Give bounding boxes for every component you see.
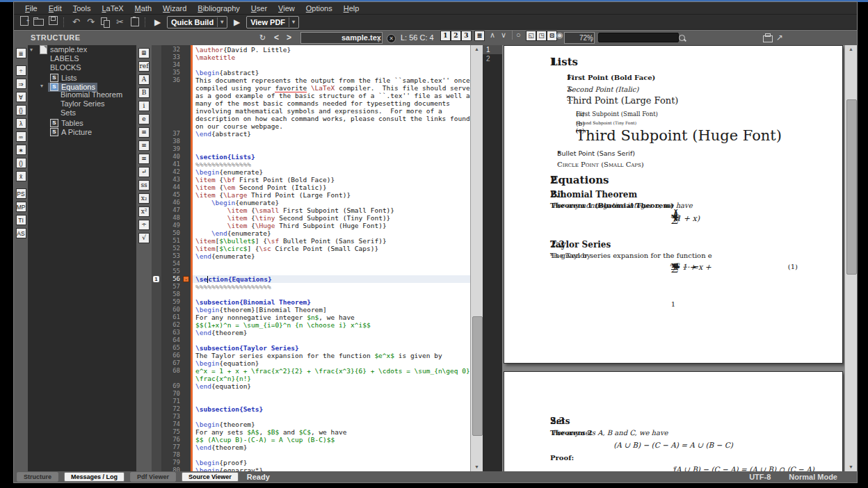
bookmark-cell[interactable] [152, 191, 161, 199]
relation-symbols-button[interactable]: ÷ [16, 65, 26, 76]
fold-cell[interactable] [182, 291, 191, 298]
italic-button[interactable]: i [138, 101, 150, 111]
statusbar-tab-messages-log[interactable]: Messages / Log [64, 472, 124, 482]
fold-cell[interactable] [182, 206, 191, 214]
scroll-up-icon[interactable]: ▲ [471, 45, 483, 54]
bookmark-cell[interactable]: 1 [152, 275, 161, 283]
editor-line-48[interactable]: 48 \item {\tiny Second Subpoint (Tiny Fo… [152, 214, 470, 222]
bookmark-cell[interactable] [152, 298, 161, 306]
fold-cell[interactable] [182, 306, 191, 314]
editor-line-59[interactable]: 59\subsection{Binomial Theorem} [152, 298, 470, 306]
fold-cell[interactable] [182, 260, 191, 268]
structure-item-tables[interactable]: STables [28, 117, 136, 127]
structure-item-sample-tex[interactable]: ▾sample.tex [28, 45, 136, 54]
page-mode-continuous-button[interactable]: 3 [461, 31, 472, 41]
fit-width-button[interactable]: ◱ [526, 31, 536, 41]
structure-item-labels[interactable]: LABELS [28, 54, 136, 63]
align-left-button[interactable]: ≡ [138, 127, 150, 138]
bookmark-cell[interactable] [152, 214, 161, 222]
fold-cell[interactable] [182, 421, 191, 428]
fold-marker-icon[interactable]: - [183, 276, 189, 282]
bookmark-cell[interactable] [152, 321, 161, 329]
editor-line-75[interactable]: 75For any sets $A$, $B$ and $C$, we have [152, 428, 470, 436]
editor-line-68[interactable]: 68e^x = 1 + x + \frac{x^2}{2} + \frac{x^… [152, 367, 470, 382]
bookmark-cell[interactable] [152, 61, 161, 69]
editor-line-35[interactable]: 35\begin{abstract} [152, 69, 470, 76]
insert-ref-button[interactable]: ref [138, 61, 150, 72]
structure-item-taylor-series[interactable]: Taylor Series [28, 99, 136, 108]
fold-cell[interactable] [182, 145, 191, 153]
pstricks-button[interactable]: PS [16, 188, 26, 199]
bookmark-cell[interactable] [152, 46, 161, 54]
next-page-button[interactable]: ∨ [501, 31, 506, 40]
structure-item-blocks[interactable]: BLOCKS [28, 63, 136, 72]
fold-cell[interactable] [182, 321, 191, 329]
fold-cell[interactable] [182, 405, 191, 413]
bookmark-icon[interactable]: 1 [153, 276, 159, 282]
structure-item-equations[interactable]: ▾SEquations [28, 81, 136, 90]
bookmark-cell[interactable] [152, 428, 161, 436]
bookmark-cell[interactable] [152, 466, 161, 471]
editor-line-78[interactable]: 78 [152, 451, 470, 459]
bookmark-cell[interactable] [152, 138, 161, 145]
editor-scrollbar-thumb[interactable] [472, 316, 483, 436]
bookmark-cell[interactable] [152, 176, 161, 184]
editor-line-60[interactable]: 60\begin{theorem}[Binomial Theorem] [152, 306, 470, 314]
fold-cell[interactable] [182, 436, 191, 444]
undo-icon[interactable]: ↶ [69, 16, 83, 29]
print-icon[interactable] [763, 35, 773, 42]
source-editor[interactable]: 32\author{David P. Little}33\maketitle34… [152, 45, 470, 471]
bookmark-cell[interactable] [152, 336, 161, 344]
pdf-viewer[interactable]: 1Lists 1.First Point (Bold Face)2.Second… [502, 45, 844, 471]
fold-cell[interactable] [182, 191, 191, 199]
fold-cell[interactable] [182, 199, 191, 206]
fold-cell[interactable] [182, 69, 191, 76]
editor-line-70[interactable]: 70 [152, 390, 470, 398]
structure-list-button[interactable]: ≣ [16, 48, 26, 58]
editor-line-56[interactable]: 156-\section{Equations} [152, 275, 470, 283]
insert-label-button[interactable]: A [138, 74, 150, 85]
copy-icon[interactable] [98, 16, 113, 29]
custom-zoom-button[interactable]: ⊡ [547, 31, 557, 41]
scroll-up-icon[interactable]: ▲ [845, 45, 857, 54]
fold-cell[interactable] [182, 382, 191, 390]
editor-line-36[interactable]: 36This document represents the output fr… [152, 76, 470, 130]
pdf-zoom-dropdown[interactable]: 72%▾ [564, 32, 595, 44]
fold-cell[interactable] [182, 214, 191, 222]
bookmark-cell[interactable] [152, 54, 161, 61]
editor-line-69[interactable]: 69\end{equation} [152, 382, 470, 390]
bookmark-cell[interactable] [152, 199, 161, 206]
bold-button[interactable]: B [138, 88, 150, 98]
fold-cell[interactable] [182, 314, 191, 321]
bookmark-cell[interactable] [152, 421, 161, 428]
menu-tools[interactable]: Tools [67, 3, 97, 13]
structure-item-a-picture[interactable]: SA Picture [28, 127, 136, 136]
bookmark-cell[interactable] [152, 168, 161, 176]
editor-line-38[interactable]: 38 [152, 138, 470, 145]
run-viewpdf-icon[interactable]: ▶ [230, 16, 244, 29]
bookmark-cell[interactable] [152, 161, 161, 168]
editor-line-62[interactable]: 62$$(1+x)^n = \sum_{i=0}^n {n \choose i}… [152, 321, 470, 329]
structure-item-binomial-theorem[interactable]: Binomial Theorem [28, 90, 136, 99]
scroll-down-icon[interactable]: ▼ [471, 463, 483, 471]
editor-scrollbar[interactable]: ▲ ▼ [470, 45, 483, 471]
bookmark-cell[interactable] [152, 252, 161, 260]
fold-cell[interactable] [182, 268, 191, 275]
menu-help[interactable]: Help [338, 3, 365, 13]
scroll-down-icon[interactable]: ▼ [845, 463, 857, 471]
bookmark-cell[interactable] [152, 444, 161, 451]
bookmark-cell[interactable] [152, 76, 161, 130]
editor-line-73[interactable]: 73 [152, 413, 470, 421]
editor-line-54[interactable]: 54 [152, 260, 470, 268]
statusbar-tab-structure[interactable]: Structure [17, 472, 58, 482]
asymptote-button[interactable]: AS [16, 228, 26, 238]
fold-cell[interactable] [182, 359, 191, 367]
fold-cell[interactable] [182, 444, 191, 451]
menu-latex[interactable]: LaTeX [96, 3, 129, 13]
align-center-button[interactable]: ≡ [138, 140, 150, 151]
bookmark-cell[interactable] [152, 130, 161, 138]
fold-cell[interactable] [182, 54, 191, 61]
editor-line-71[interactable]: 71 [152, 398, 470, 405]
structure-item-sets[interactable]: Sets [28, 108, 136, 117]
editor-line-42[interactable]: 42\begin{enumerate} [152, 168, 470, 176]
